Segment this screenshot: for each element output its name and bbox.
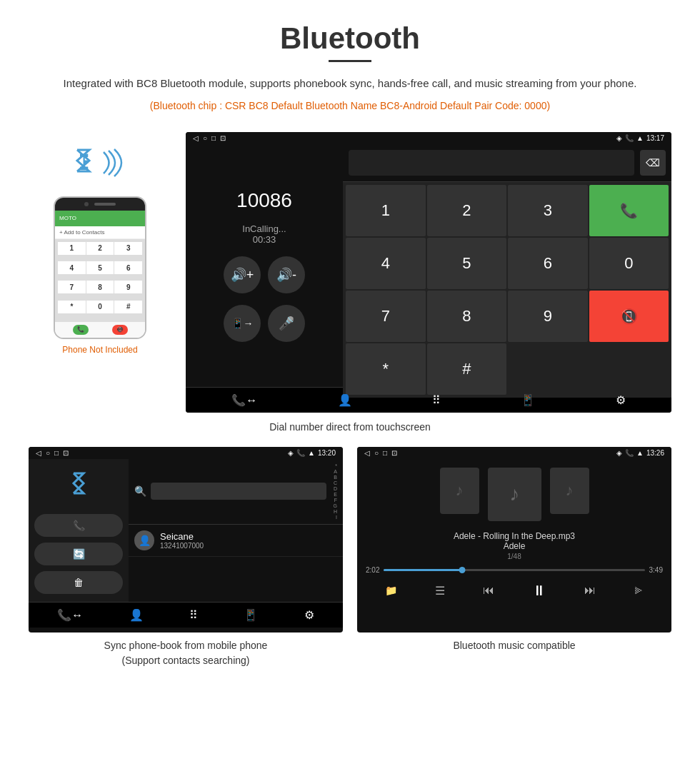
pb-recent-icon: □ (54, 449, 59, 457)
music-call-icon: 📞 (625, 449, 634, 457)
volume-down-btn[interactable]: 🔊- (268, 256, 305, 293)
track-info: Adele - Rolling In the Deep.mp3 Adele 1/… (366, 531, 663, 560)
playlist-icon[interactable]: ☰ (435, 584, 445, 598)
pb-nav-messages[interactable]: 📱 (244, 608, 258, 622)
numpad-call-btn[interactable]: 📞 (589, 185, 669, 236)
equalizer-icon[interactable]: ⫸ (634, 585, 644, 596)
dialer-right-panel: ⌫ 1 2 3 📞 4 5 6 0 7 8 9 📵 (343, 144, 671, 387)
numpad-6[interactable]: 6 (508, 238, 588, 289)
phone-bottom-bar: 📞 📵 (55, 322, 145, 338)
numpad-8[interactable]: 8 (427, 291, 507, 342)
progress-row: 2:02 3:49 (366, 566, 663, 574)
pb-nav-settings[interactable]: ⚙ (304, 608, 314, 622)
music-status-right: ◈ 📞 ▲ 13:26 (616, 449, 664, 457)
back-icon: ◁ (193, 134, 199, 142)
dialer-controls-row2: 📱→ 🎤 (224, 305, 305, 342)
dialer-left-panel: 10086 InCalling... 00:33 🔊+ 🔊- 📱→ 🎤 (186, 144, 343, 387)
location-icon: ◈ (616, 134, 622, 142)
next-track-btn[interactable]: ⏭ (584, 584, 596, 597)
album-art-left: ♪ (440, 468, 479, 514)
pb-call-sidebar-btn[interactable]: 📞 (34, 514, 123, 537)
numpad-star[interactable]: * (346, 343, 426, 395)
phone-key-5: 5 (86, 261, 114, 274)
numpad-3[interactable]: 3 (508, 185, 588, 236)
prev-track-btn[interactable]: ⏮ (483, 584, 494, 597)
contact-info: Seicane 13241007000 (160, 531, 204, 550)
pb-time: 13:20 (318, 449, 336, 457)
artist-name: Adele (366, 541, 663, 551)
album-art-right: ♪ (550, 468, 589, 514)
navbar-dialpad-icon[interactable]: ⠿ (432, 393, 441, 407)
phonebook-android-screen: ◁ ○ □ ⊡ ◈ 📞 ▲ 13:20 (29, 447, 343, 633)
transfer-btn[interactable]: 📱→ (224, 305, 261, 342)
numpad-hash-key[interactable]: # (427, 343, 507, 395)
navbar-contacts-icon[interactable]: 👤 (338, 393, 352, 407)
pb-nav-dialpad[interactable]: ⠿ (189, 608, 198, 622)
pb-delete-btn[interactable]: 🗑 (34, 571, 123, 594)
numpad-7[interactable]: 7 (346, 291, 426, 342)
phonebook-caption-text: Sync phone-book from mobile phone(Suppor… (104, 640, 268, 666)
numpad-hangup-btn[interactable]: 📵 (589, 291, 669, 342)
pb-nav-call[interactable]: 📞↔ (57, 608, 83, 622)
status-left: ◁ ○ □ ⊡ (193, 134, 226, 142)
phone-key-6: 6 (114, 261, 142, 274)
album-art-row: ♪ ♪ ♪ (366, 468, 663, 521)
page-title: Bluetooth (29, 21, 671, 56)
android-dialer-screen: ◁ ○ □ ⊡ ◈ 📞 ▲ 13:17 10086 InC (186, 132, 671, 413)
pb-content: 📞 🔄 🗑 🔍 *ABCDEFGHI 👤 (29, 459, 343, 602)
progress-bar[interactable] (384, 569, 644, 571)
play-pause-btn[interactable]: ⏸ (532, 583, 546, 599)
pb-search-field[interactable] (151, 483, 326, 500)
album-art-main: ♪ (488, 468, 541, 521)
mic-btn[interactable]: 🎤 (268, 305, 305, 342)
specs-text: (Bluetooth chip : CSR BC8 Default Blueto… (29, 98, 671, 115)
time-total: 3:49 (649, 566, 663, 574)
wifi-icon: ▲ (636, 134, 644, 142)
music-status-left: ◁ ○ □ ⊡ (364, 449, 397, 457)
phone-key-7: 7 (58, 281, 86, 293)
numpad-0[interactable]: 0 (589, 238, 669, 289)
navbar-settings-icon[interactable]: ⚙ (616, 393, 626, 407)
phone-add-contact: + Add to Contacts (55, 226, 145, 239)
numpad-5[interactable]: 5 (427, 238, 507, 289)
dialer-screenshot: ◁ ○ □ ⊡ ◈ 📞 ▲ 13:17 10086 InC (186, 132, 671, 413)
pb-loc-icon: ◈ (288, 449, 294, 457)
pb-back-icon: ◁ (36, 449, 41, 457)
pb-alphabet-list: *ABCDEFGHI (334, 463, 337, 520)
music-note-main: ♪ (509, 483, 519, 505)
dialer-statusbar: ◁ ○ □ ⊡ ◈ 📞 ▲ 13:17 (186, 132, 671, 144)
numpad-4[interactable]: 4 (346, 238, 426, 289)
volume-up-btn[interactable]: 🔊+ (224, 256, 261, 293)
dialer-call-status: InCalling... 00:33 (242, 223, 286, 245)
dialer-caption: Dial number direct from touchscreen (29, 421, 671, 433)
music-controls: 📁 ☰ ⏮ ⏸ ⏭ ⫸ (366, 580, 663, 602)
pb-contact-row[interactable]: 👤 Seicane 13241007000 (129, 525, 343, 557)
numpad-1[interactable]: 1 (346, 185, 426, 236)
music-back-icon: ◁ (364, 449, 370, 457)
numpad-2[interactable]: 2 (427, 185, 507, 236)
folder-icon[interactable]: 📁 (385, 585, 397, 596)
progress-fill (384, 569, 462, 571)
recent-icon: □ (211, 134, 216, 142)
phone-key-hash: # (114, 301, 142, 313)
navbar-messages-icon[interactable]: 📱 (521, 393, 535, 407)
pb-nav-contacts[interactable]: 👤 (129, 608, 144, 622)
pb-bluetooth-icon (34, 466, 123, 508)
title-divider (329, 60, 371, 62)
numpad-9[interactable]: 9 (508, 291, 588, 342)
bt-signal-graphic: ⯿ (71, 139, 129, 189)
description-text: Integrated with BC8 Bluetooth module, su… (29, 75, 671, 92)
backspace-btn[interactable]: ⌫ (640, 150, 666, 176)
contact-name: Seicane (160, 531, 204, 542)
pb-sidebar: 📞 🔄 🗑 (29, 459, 129, 602)
pb-sync-btn[interactable]: 🔄 (34, 543, 123, 565)
music-note-right: ♪ (566, 481, 574, 500)
pb-screen-icon: ⊡ (63, 449, 69, 457)
phonebook-screen-wrap: ◁ ○ □ ⊡ ◈ 📞 ▲ 13:20 (29, 447, 343, 668)
navbar-call-icon[interactable]: 📞↔ (231, 393, 257, 407)
dialer-body: 10086 InCalling... 00:33 🔊+ 🔊- 📱→ 🎤 (186, 144, 671, 387)
phonebook-caption: Sync phone-book from mobile phone(Suppor… (29, 638, 343, 668)
pb-call-icon: 📞 (296, 449, 305, 457)
music-note-left: ♪ (456, 481, 464, 500)
dialer-controls-row1: 🔊+ 🔊- (224, 256, 305, 293)
